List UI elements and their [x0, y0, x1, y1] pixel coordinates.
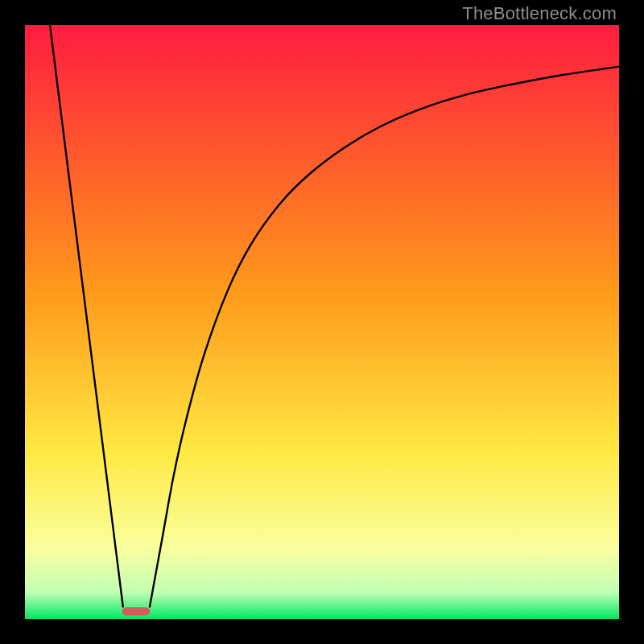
plot-area	[25, 25, 619, 619]
valley-marker	[122, 607, 151, 615]
chart-svg	[25, 25, 619, 619]
watermark-text: TheBottleneck.com	[462, 3, 617, 24]
chart-frame: TheBottleneck.com	[0, 0, 644, 644]
